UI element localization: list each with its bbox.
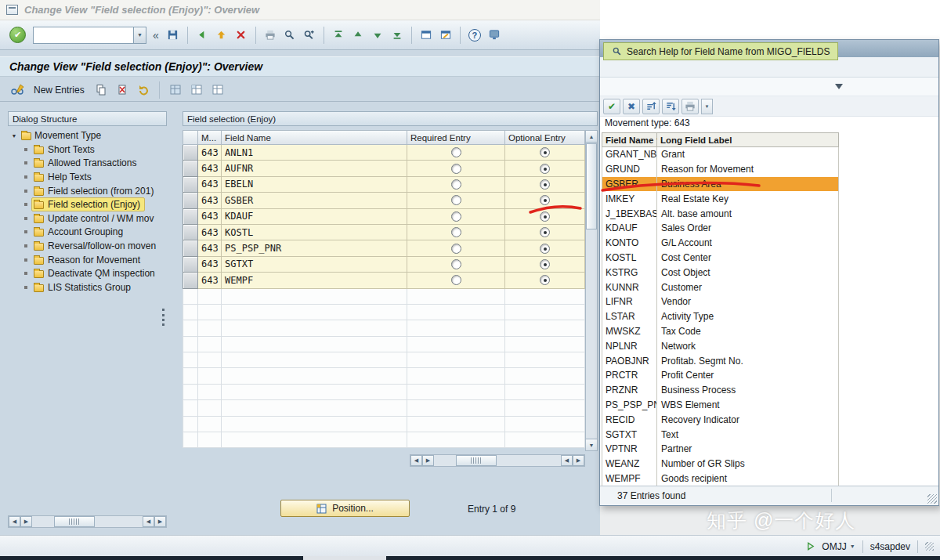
row-selector[interactable]: [183, 193, 198, 208]
tree-item[interactable]: Field selection (Enjoy): [8, 197, 167, 211]
scroll-up-button[interactable]: ▲: [586, 131, 597, 143]
row-selector[interactable]: [183, 305, 198, 320]
value-row[interactable]: SGTXT Text: [602, 427, 839, 442]
required-radio[interactable]: [451, 227, 461, 237]
filter-handle-icon[interactable]: [835, 84, 843, 89]
optional-radio[interactable]: [540, 164, 550, 174]
sort-descending-button[interactable]: [662, 99, 679, 114]
scroll-right-button[interactable]: ▶: [154, 516, 166, 527]
popup-accept-button[interactable]: ✔: [603, 99, 620, 114]
popup-print-button[interactable]: [682, 99, 699, 114]
row-selector[interactable]: [183, 400, 198, 416]
optional-radio[interactable]: [540, 259, 550, 269]
scroll-thumb[interactable]: [586, 143, 597, 229]
select-block-button[interactable]: [189, 81, 204, 99]
field-name-cell[interactable]: WEMPF: [222, 273, 407, 288]
value-row[interactable]: VPTNR Partner: [602, 442, 839, 457]
popup-close-button[interactable]: ✖: [623, 99, 640, 114]
scroll-right-button[interactable]: ▶: [422, 455, 434, 466]
row-selector[interactable]: [183, 273, 198, 288]
value-row[interactable]: J_1BEXBASE Alt. base amount: [602, 206, 839, 221]
table-row[interactable]: 643 SGTXT: [183, 257, 598, 273]
field-name-column-header[interactable]: Field Name: [222, 130, 407, 145]
value-row[interactable]: RECID Recovery Indicator: [602, 412, 839, 427]
display-change-toggle-button[interactable]: [9, 81, 25, 99]
enter-check-button[interactable]: ✔: [9, 27, 26, 43]
row-selector[interactable]: [183, 352, 198, 368]
field-name-cell[interactable]: GSBER: [222, 193, 407, 208]
help-button[interactable]: ?: [467, 27, 483, 44]
new-entries-button[interactable]: New Entries: [31, 83, 88, 97]
find-button[interactable]: [282, 27, 298, 44]
command-field-dropdown[interactable]: ▼: [133, 27, 146, 44]
row-selector[interactable]: [183, 161, 198, 176]
scroll-left-button[interactable]: ◀: [561, 455, 573, 466]
tree-item[interactable]: Field selection (from 201): [8, 184, 167, 198]
value-row[interactable]: WEANZ Number of GR Slips: [602, 457, 839, 471]
tree-item[interactable]: Allowed Transactions: [8, 157, 167, 171]
scroll-left-button[interactable]: ◀: [9, 516, 20, 527]
row-selector[interactable]: [183, 209, 198, 225]
row-selector[interactable]: [183, 240, 198, 256]
value-row[interactable]: KONTO G/L Account: [602, 236, 839, 251]
table-row[interactable]: 643 KDAUF: [183, 209, 598, 225]
value-row[interactable]: LIFNR Vendor: [602, 294, 839, 309]
optional-radio[interactable]: [540, 195, 550, 205]
tree-expander-icon[interactable]: ▼: [10, 133, 18, 139]
row-selector[interactable]: [183, 289, 198, 305]
resize-grip[interactable]: [927, 494, 937, 504]
previous-page-button[interactable]: [350, 27, 366, 44]
movement-type-cell[interactable]: 643: [198, 193, 222, 208]
window-resize-grip[interactable]: [925, 542, 934, 551]
optional-radio[interactable]: [540, 244, 550, 254]
customize-layout-button[interactable]: [486, 27, 502, 44]
long-field-label-column-header[interactable]: Long Field Label: [657, 132, 839, 147]
select-all-button[interactable]: [168, 81, 183, 99]
row-selector[interactable]: [183, 368, 198, 384]
value-row[interactable]: PRZNR Business Process: [602, 383, 839, 398]
movement-type-cell[interactable]: 643: [198, 209, 222, 225]
optional-entry-column-header[interactable]: Optional Entry: [505, 130, 585, 145]
print-button[interactable]: [262, 27, 278, 44]
search-help-tab[interactable]: Search Help for Field Name from MIGO_FIE…: [603, 42, 838, 60]
row-selector[interactable]: [183, 432, 198, 448]
undo-button[interactable]: [136, 81, 151, 99]
row-selector[interactable]: [183, 320, 198, 336]
required-radio[interactable]: [451, 179, 461, 190]
movement-type-column-header[interactable]: M...: [198, 130, 222, 145]
delete-button[interactable]: [114, 81, 130, 99]
table-row[interactable]: 643 ANLN1: [183, 145, 598, 161]
tree-item[interactable]: LIS Statistics Group: [8, 280, 167, 294]
table-row[interactable]: 643 WEMPF: [183, 273, 598, 288]
transaction-code-dropdown[interactable]: OMJJ ▼: [822, 541, 855, 552]
field-name-cell[interactable]: ANLN1: [222, 145, 407, 161]
field-name-cell[interactable]: KDAUF: [222, 209, 407, 225]
field-name-column-header[interactable]: Field Name ▲: [602, 132, 657, 147]
required-radio[interactable]: [451, 164, 461, 174]
table-row[interactable]: 643 PS_PSP_PNR: [183, 240, 598, 256]
row-selector[interactable]: [183, 225, 198, 240]
value-row[interactable]: KUNNR Customer: [602, 280, 839, 294]
row-selector[interactable]: [183, 417, 198, 432]
tree-item[interactable]: Deactivate QM inspection: [8, 266, 167, 280]
row-selector[interactable]: [183, 257, 198, 273]
value-row[interactable]: GRANT_NBR Grant: [602, 147, 839, 162]
field-name-cell[interactable]: PS_PSP_PNR: [222, 240, 407, 256]
field-name-cell[interactable]: AUFNR: [222, 161, 407, 176]
deselect-all-button[interactable]: [210, 81, 226, 99]
movement-type-cell[interactable]: 643: [198, 257, 222, 273]
cancel-button[interactable]: [233, 27, 249, 44]
copy-as-button[interactable]: [93, 81, 109, 99]
new-session-button[interactable]: [418, 27, 434, 44]
field-name-cell[interactable]: SGTXT: [222, 257, 407, 273]
back-button[interactable]: [194, 27, 210, 44]
last-page-button[interactable]: [389, 27, 405, 44]
value-row[interactable]: PS_PSP_PNR WBS Element: [602, 398, 839, 413]
scroll-thumb[interactable]: [54, 516, 95, 527]
required-radio[interactable]: [451, 275, 461, 285]
command-field-input[interactable]: [33, 27, 133, 44]
value-row[interactable]: LSTAR Activity Type: [602, 309, 839, 324]
row-selector[interactable]: [183, 337, 198, 352]
optional-radio[interactable]: [540, 211, 550, 222]
sort-ascending-button[interactable]: [642, 99, 660, 114]
